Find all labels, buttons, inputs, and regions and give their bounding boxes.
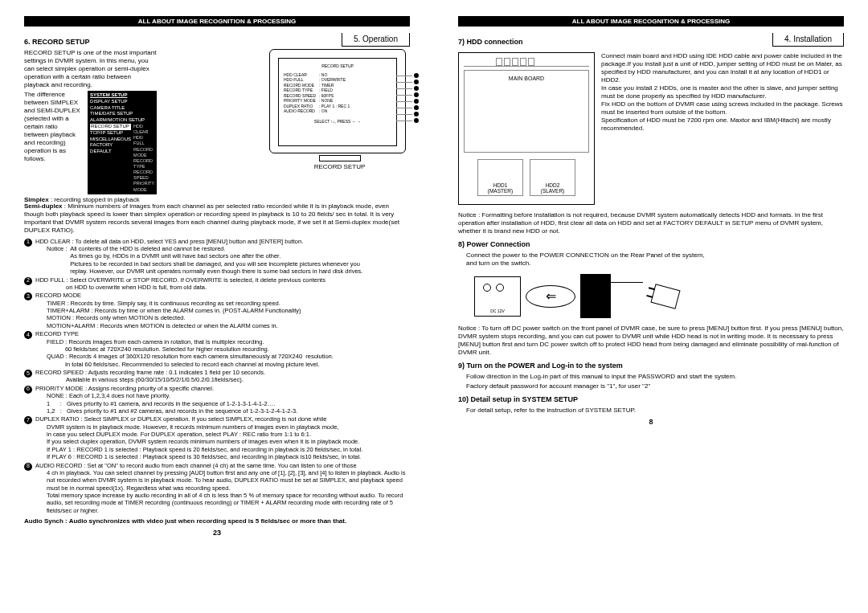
plug-icon	[650, 284, 680, 309]
crumb-operation: 5. Operation	[342, 33, 410, 47]
header-bar-r: ALL ABOUT IMAGE RECOGNITION & PROCESSING	[458, 16, 844, 27]
notice-8: Notice : To turn off DC power switch on …	[458, 325, 844, 357]
power-diagram: DC 12V	[474, 274, 844, 318]
diff-text: The difference between SIMPLEX and SEMI-…	[24, 91, 81, 194]
semiduplex-label: Semi-duplex	[24, 202, 63, 210]
leader-lines	[396, 73, 419, 123]
system-setup-box: SYSTEM SETUP DISPLAY SETUP CAMERA TITLE …	[88, 91, 157, 194]
crumb-installation: 4. Installation	[772, 33, 844, 47]
monitor-caption: RECORD SETUP	[269, 163, 410, 170]
text-9b: Factory default password for account man…	[466, 382, 844, 390]
hdd-text: Connect main board and HDD using IDE HDD…	[601, 52, 844, 205]
semiduplex-text: : Minimum numbers of images from each ch…	[24, 202, 399, 234]
text-9a: Follow direction in the Log-in part of t…	[466, 373, 844, 381]
intro-text: RECORD SETUP is one of the most importan…	[24, 49, 156, 88]
text-10: For detail setup, refer to the instructi…	[466, 407, 844, 415]
page-number-right: 8	[458, 418, 844, 426]
power-brick	[580, 274, 611, 318]
audio-synch: Audio Synch : Audio synchronizes with vi…	[24, 517, 346, 525]
section-8-title: 8) Power Connection	[458, 240, 844, 248]
section-10-title: 10) Detail setup in SYSTEM SETUP	[458, 395, 844, 403]
power-text: Connect the power to the POWER CONNECTIO…	[466, 251, 844, 268]
section-9-title: 9) Turn on the POWER and Log-in to the s…	[458, 362, 844, 370]
notice-7: Notice : Formatting before installation …	[458, 211, 844, 235]
right-page: ALL ABOUT IMAGE RECOGNITION & PROCESSING…	[434, 0, 868, 613]
left-page: ALL ABOUT IMAGE RECOGNITION & PROCESSING…	[0, 0, 434, 613]
board-diagram: MAIN BOARD HDD1(MASTER) HDD2(SLAVER)	[458, 52, 595, 205]
numbered-list: 1HDD CLEAR : To delete all data on HDD, …	[24, 238, 410, 515]
arrow-icon	[526, 285, 575, 308]
monitor: RECORD SETUP HDD CLEAR: NO HDD FULL: OVE…	[269, 49, 410, 174]
page-number-left: 23	[24, 529, 410, 537]
header-bar: ALL ABOUT IMAGE RECOGNITION & PROCESSING	[24, 16, 410, 27]
